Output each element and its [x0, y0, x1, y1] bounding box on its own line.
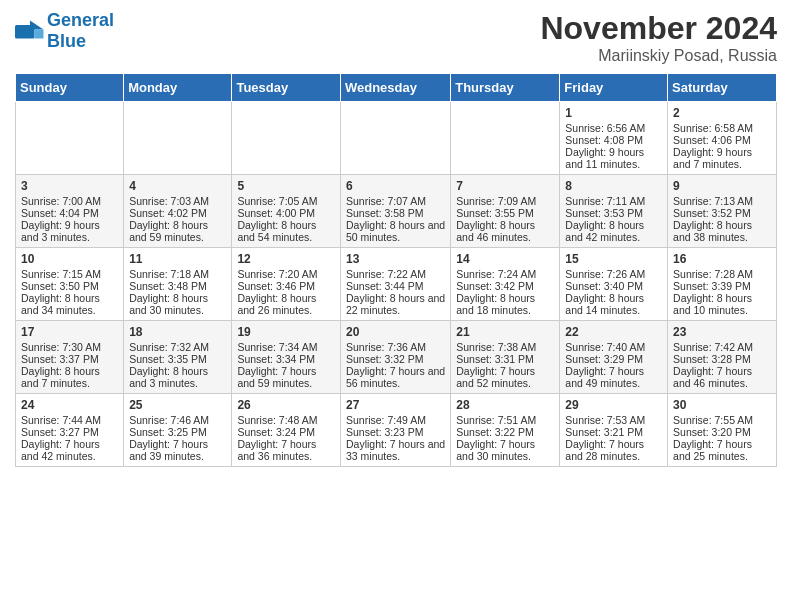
table-row: 25Sunrise: 7:46 AMSunset: 3:25 PMDayligh…	[124, 394, 232, 467]
logo-general: General	[47, 10, 114, 30]
table-row: 28Sunrise: 7:51 AMSunset: 3:22 PMDayligh…	[451, 394, 560, 467]
table-row: 11Sunrise: 7:18 AMSunset: 3:48 PMDayligh…	[124, 248, 232, 321]
table-row	[16, 102, 124, 175]
day-number: 15	[565, 252, 662, 266]
sunset-text: Sunset: 4:00 PM	[237, 207, 335, 219]
sunrise-text: Sunrise: 7:00 AM	[21, 195, 118, 207]
logo-icon	[15, 19, 45, 43]
daylight-text: Daylight: 8 hours and 10 minutes.	[673, 292, 771, 316]
sunset-text: Sunset: 3:34 PM	[237, 353, 335, 365]
sunset-text: Sunset: 3:22 PM	[456, 426, 554, 438]
table-row	[124, 102, 232, 175]
daylight-text: Daylight: 8 hours and 42 minutes.	[565, 219, 662, 243]
table-row: 5Sunrise: 7:05 AMSunset: 4:00 PMDaylight…	[232, 175, 341, 248]
sunrise-text: Sunrise: 7:48 AM	[237, 414, 335, 426]
sunset-text: Sunset: 3:42 PM	[456, 280, 554, 292]
daylight-text: Daylight: 8 hours and 30 minutes.	[129, 292, 226, 316]
sunset-text: Sunset: 3:29 PM	[565, 353, 662, 365]
day-number: 27	[346, 398, 445, 412]
sunset-text: Sunset: 3:32 PM	[346, 353, 445, 365]
day-number: 22	[565, 325, 662, 339]
day-number: 25	[129, 398, 226, 412]
table-row: 16Sunrise: 7:28 AMSunset: 3:39 PMDayligh…	[668, 248, 777, 321]
table-row: 27Sunrise: 7:49 AMSunset: 3:23 PMDayligh…	[340, 394, 450, 467]
daylight-text: Daylight: 7 hours and 46 minutes.	[673, 365, 771, 389]
svg-marker-1	[30, 21, 44, 30]
table-row: 30Sunrise: 7:55 AMSunset: 3:20 PMDayligh…	[668, 394, 777, 467]
sunrise-text: Sunrise: 7:28 AM	[673, 268, 771, 280]
sunset-text: Sunset: 3:53 PM	[565, 207, 662, 219]
daylight-text: Daylight: 7 hours and 49 minutes.	[565, 365, 662, 389]
table-row: 10Sunrise: 7:15 AMSunset: 3:50 PMDayligh…	[16, 248, 124, 321]
day-number: 30	[673, 398, 771, 412]
day-number: 26	[237, 398, 335, 412]
sunset-text: Sunset: 3:39 PM	[673, 280, 771, 292]
table-row: 24Sunrise: 7:44 AMSunset: 3:27 PMDayligh…	[16, 394, 124, 467]
daylight-text: Daylight: 9 hours and 3 minutes.	[21, 219, 118, 243]
sunrise-text: Sunrise: 7:44 AM	[21, 414, 118, 426]
day-number: 8	[565, 179, 662, 193]
sunrise-text: Sunrise: 7:36 AM	[346, 341, 445, 353]
sunset-text: Sunset: 3:52 PM	[673, 207, 771, 219]
day-number: 7	[456, 179, 554, 193]
daylight-text: Daylight: 7 hours and 33 minutes.	[346, 438, 445, 462]
sunset-text: Sunset: 3:28 PM	[673, 353, 771, 365]
day-number: 24	[21, 398, 118, 412]
page-container: General Blue November 2024 Mariinskiy Po…	[0, 0, 792, 477]
table-row: 3Sunrise: 7:00 AMSunset: 4:04 PMDaylight…	[16, 175, 124, 248]
sunset-text: Sunset: 3:20 PM	[673, 426, 771, 438]
daylight-text: Daylight: 7 hours and 52 minutes.	[456, 365, 554, 389]
daylight-text: Daylight: 7 hours and 39 minutes.	[129, 438, 226, 462]
day-number: 2	[673, 106, 771, 120]
col-thursday: Thursday	[451, 74, 560, 102]
table-row: 13Sunrise: 7:22 AMSunset: 3:44 PMDayligh…	[340, 248, 450, 321]
daylight-text: Daylight: 8 hours and 59 minutes.	[129, 219, 226, 243]
day-number: 29	[565, 398, 662, 412]
day-number: 12	[237, 252, 335, 266]
sunset-text: Sunset: 4:02 PM	[129, 207, 226, 219]
sunrise-text: Sunrise: 7:24 AM	[456, 268, 554, 280]
table-row: 4Sunrise: 7:03 AMSunset: 4:02 PMDaylight…	[124, 175, 232, 248]
daylight-text: Daylight: 8 hours and 46 minutes.	[456, 219, 554, 243]
table-row: 14Sunrise: 7:24 AMSunset: 3:42 PMDayligh…	[451, 248, 560, 321]
day-number: 16	[673, 252, 771, 266]
sunset-text: Sunset: 3:35 PM	[129, 353, 226, 365]
day-number: 13	[346, 252, 445, 266]
daylight-text: Daylight: 8 hours and 14 minutes.	[565, 292, 662, 316]
col-saturday: Saturday	[668, 74, 777, 102]
table-row: 7Sunrise: 7:09 AMSunset: 3:55 PMDaylight…	[451, 175, 560, 248]
title-block: November 2024 Mariinskiy Posad, Russia	[540, 10, 777, 65]
col-tuesday: Tuesday	[232, 74, 341, 102]
daylight-text: Daylight: 9 hours and 7 minutes.	[673, 146, 771, 170]
sunrise-text: Sunrise: 7:53 AM	[565, 414, 662, 426]
daylight-text: Daylight: 8 hours and 18 minutes.	[456, 292, 554, 316]
sunset-text: Sunset: 3:44 PM	[346, 280, 445, 292]
table-row: 8Sunrise: 7:11 AMSunset: 3:53 PMDaylight…	[560, 175, 668, 248]
sunset-text: Sunset: 3:27 PM	[21, 426, 118, 438]
sunrise-text: Sunrise: 7:20 AM	[237, 268, 335, 280]
table-row: 15Sunrise: 7:26 AMSunset: 3:40 PMDayligh…	[560, 248, 668, 321]
table-row: 2Sunrise: 6:58 AMSunset: 4:06 PMDaylight…	[668, 102, 777, 175]
daylight-text: Daylight: 9 hours and 11 minutes.	[565, 146, 662, 170]
sunset-text: Sunset: 4:08 PM	[565, 134, 662, 146]
sunrise-text: Sunrise: 7:49 AM	[346, 414, 445, 426]
daylight-text: Daylight: 7 hours and 42 minutes.	[21, 438, 118, 462]
sunrise-text: Sunrise: 7:51 AM	[456, 414, 554, 426]
sunset-text: Sunset: 3:46 PM	[237, 280, 335, 292]
sunrise-text: Sunrise: 7:03 AM	[129, 195, 226, 207]
table-row: 17Sunrise: 7:30 AMSunset: 3:37 PMDayligh…	[16, 321, 124, 394]
table-row: 12Sunrise: 7:20 AMSunset: 3:46 PMDayligh…	[232, 248, 341, 321]
daylight-text: Daylight: 7 hours and 25 minutes.	[673, 438, 771, 462]
table-row: 9Sunrise: 7:13 AMSunset: 3:52 PMDaylight…	[668, 175, 777, 248]
month-title: November 2024	[540, 10, 777, 47]
col-sunday: Sunday	[16, 74, 124, 102]
logo-blue: Blue	[47, 31, 86, 51]
table-row: 26Sunrise: 7:48 AMSunset: 3:24 PMDayligh…	[232, 394, 341, 467]
sunset-text: Sunset: 4:04 PM	[21, 207, 118, 219]
day-number: 10	[21, 252, 118, 266]
table-row	[232, 102, 341, 175]
sunset-text: Sunset: 3:21 PM	[565, 426, 662, 438]
sunrise-text: Sunrise: 6:56 AM	[565, 122, 662, 134]
table-row	[340, 102, 450, 175]
sunset-text: Sunset: 3:50 PM	[21, 280, 118, 292]
